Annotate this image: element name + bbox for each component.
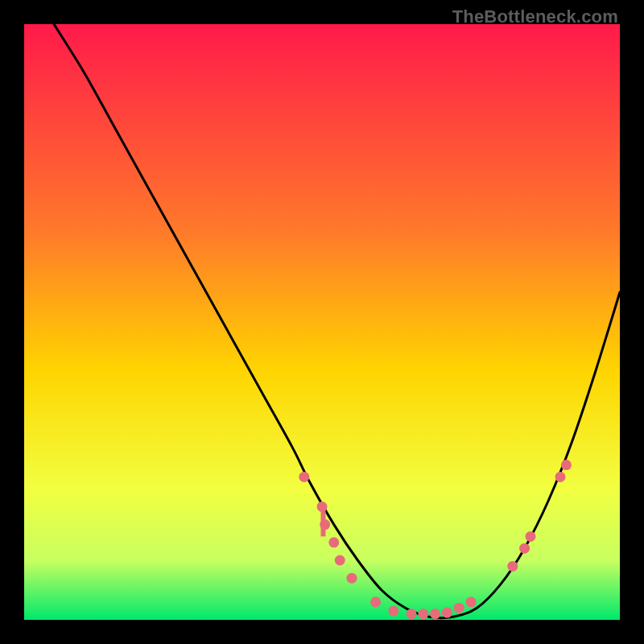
scatter-dot	[454, 603, 464, 613]
scatter-dot	[507, 561, 518, 572]
scatter-dot	[328, 537, 339, 547]
scatter-dot	[466, 597, 477, 607]
chart-svg	[24, 24, 620, 620]
scatter-dot	[347, 573, 357, 584]
scatter-dot	[335, 555, 345, 566]
scatter-dot	[442, 608, 452, 618]
scatter-dot	[370, 597, 381, 607]
scatter-dot	[407, 609, 417, 619]
scatter-dot	[555, 472, 566, 482]
scatter-dot	[430, 609, 440, 619]
scatter-dot	[526, 531, 536, 542]
scatter-dot	[388, 605, 398, 616]
scatter-dot	[317, 502, 328, 512]
scatter-dot	[320, 519, 330, 530]
scatter-dot	[418, 609, 428, 619]
scatter-dot	[299, 472, 309, 482]
scatter-dot	[519, 543, 530, 554]
chart-frame: TheBottleneck.com	[0, 0, 644, 644]
scatter-dot	[561, 460, 572, 470]
plot-area	[24, 24, 620, 620]
